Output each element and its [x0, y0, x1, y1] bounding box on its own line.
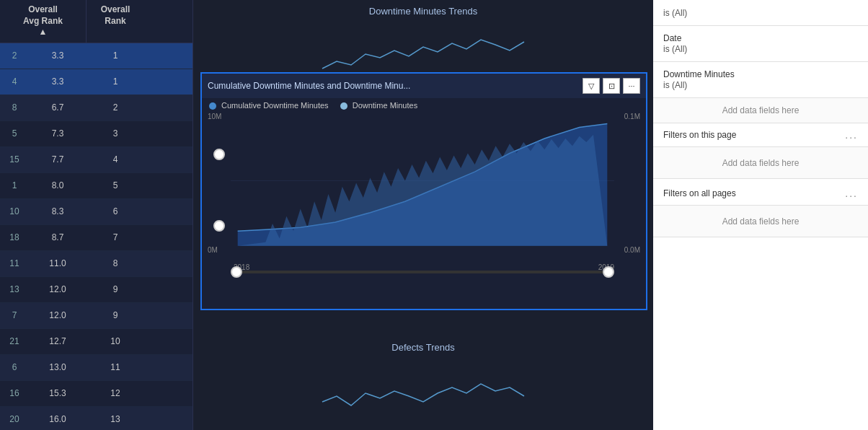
- chart-legend: Cumulative Downtime Minutes Downtime Min…: [202, 98, 646, 113]
- filter-this-page-dots[interactable]: ...: [845, 129, 858, 141]
- filter-add-all-pages[interactable]: Add data fields here: [653, 206, 868, 237]
- main-chart-svg: [231, 113, 614, 250]
- filter-is-all-value: is (All): [663, 8, 858, 18]
- filter-downtime-section: Downtime Minutes is (All): [653, 62, 868, 98]
- cell-avg: 12.7: [29, 333, 87, 349]
- cell-rank: 10: [87, 333, 144, 349]
- cell-row-num: 16: [0, 385, 29, 401]
- table-row[interactable]: 18 8.7 7: [0, 225, 192, 251]
- filter-date-section: Date is (All): [653, 26, 868, 62]
- center-panel: Downtime Minutes Trends Cumulative Downt…: [193, 0, 653, 430]
- table-row[interactable]: 4 3.3 1: [0, 69, 192, 95]
- cell-avg: 6.7: [29, 100, 87, 115]
- table-row[interactable]: 8 6.7 2: [0, 95, 192, 121]
- cell-avg: 15.3: [29, 385, 87, 401]
- cell-rank: 13: [87, 411, 144, 427]
- cell-rank: 1: [87, 74, 144, 89]
- cell-rank: 4: [87, 152, 144, 167]
- filter-is-all-section: is (All): [653, 0, 868, 26]
- filter-date-value: is (All): [663, 44, 858, 54]
- bottom-mini-chart: [315, 362, 531, 420]
- filter-downtime-value: is (All): [663, 80, 858, 90]
- table-row[interactable]: 21 12.7 10: [0, 329, 192, 355]
- filter-add-fields-top-label: Add data fields here: [722, 105, 800, 115]
- chart-toolbar: ▽ ⊡ ···: [583, 78, 640, 94]
- cell-rank: 7: [87, 229, 144, 245]
- filter-all-pages-dots[interactable]: ...: [845, 188, 858, 199]
- horizontal-slider[interactable]: [231, 266, 614, 278]
- table-row[interactable]: 6 13.0 11: [0, 355, 192, 381]
- filter-this-page-title: Filters on this page: [663, 130, 736, 140]
- filter-tool-button[interactable]: ▽: [583, 78, 600, 94]
- slider-handle-left-top[interactable]: [213, 149, 225, 160]
- legend-label-cumulative: Cumulative Downtime Minutes: [221, 101, 329, 110]
- table-panel: OverallAvg Rank ▲ OverallRank 2 3.3 1 4 …: [0, 0, 193, 430]
- top-chart-title: Downtime Minutes Trends: [369, 6, 477, 17]
- bottom-chart-area: Defects Trends: [193, 336, 653, 430]
- cell-avg: 16.0: [29, 411, 87, 427]
- cell-avg: 3.3: [29, 48, 87, 63]
- filter-all-pages-header: Filters on all pages ...: [653, 182, 868, 206]
- sort-indicator[interactable]: ▲: [6, 27, 80, 38]
- expand-tool-button[interactable]: ⊡: [603, 78, 620, 94]
- filter-add-all-pages-label: Add data fields here: [722, 216, 800, 227]
- cell-avg: 11.0: [29, 255, 87, 271]
- table-row[interactable]: 11 11.0 8: [0, 251, 192, 277]
- filter-all-pages-title: Filters on all pages: [663, 188, 736, 198]
- table-row[interactable]: 2 3.3 1: [0, 43, 192, 69]
- slider-handle-bottom-right[interactable]: [603, 266, 614, 278]
- more-tool-button[interactable]: ···: [623, 78, 640, 94]
- table-row[interactable]: 13 12.0 9: [0, 277, 192, 303]
- main-chart-title: Cumulative Downtime Minutes and Downtime…: [208, 81, 410, 91]
- cell-row-num: 6: [0, 359, 29, 375]
- y-label-bottom-left: 0M: [208, 246, 231, 254]
- table-row[interactable]: 10 8.3 6: [0, 199, 192, 225]
- filter-downtime-label: Downtime Minutes: [663, 69, 858, 79]
- main-chart-container: Cumulative Downtime Minutes and Downtime…: [200, 72, 647, 310]
- cell-row-num: 8: [0, 100, 29, 115]
- slider-handle-left-bottom[interactable]: [213, 220, 225, 232]
- cell-avg: 3.3: [29, 74, 87, 89]
- cell-row-num: 5: [0, 126, 29, 141]
- cell-avg: 7.3: [29, 126, 87, 141]
- cell-avg: 8.7: [29, 229, 87, 245]
- cell-avg: 12.0: [29, 307, 87, 323]
- table-header: OverallAvg Rank ▲ OverallRank: [0, 0, 192, 43]
- table-row[interactable]: 16 15.3 12: [0, 381, 192, 407]
- legend-cumulative: Cumulative Downtime Minutes: [209, 101, 329, 110]
- cell-rank: 2: [87, 100, 144, 115]
- filter-date-label: Date: [663, 33, 858, 43]
- cell-rank: 6: [87, 203, 144, 219]
- cell-rank: 9: [87, 281, 144, 297]
- cell-row-num: 11: [0, 255, 29, 271]
- filter-panel: is (All) Date is (All) Downtime Minutes …: [653, 0, 868, 430]
- table-row[interactable]: 1 8.0 5: [0, 173, 192, 199]
- main-chart-header: Cumulative Downtime Minutes and Downtime…: [202, 74, 646, 98]
- filter-add-this-page[interactable]: Add data fields here: [653, 147, 868, 179]
- cell-row-num: 2: [0, 48, 29, 63]
- main-chart-svg-area: 10M 0M 0.1M 0.0M: [208, 113, 640, 271]
- legend-label-downtime: Downtime Minutes: [353, 101, 417, 110]
- cell-rank: 11: [87, 359, 144, 375]
- cell-row-num: 20: [0, 411, 29, 427]
- cell-avg: 8.0: [29, 177, 87, 193]
- cell-avg: 12.0: [29, 281, 87, 297]
- bottom-chart-title: Defects Trends: [391, 342, 454, 353]
- cell-row-num: 10: [0, 203, 29, 219]
- legend-downtime: Downtime Minutes: [340, 101, 418, 110]
- filter-add-fields-top[interactable]: Add data fields here: [653, 98, 868, 123]
- table-row[interactable]: 5 7.3 3: [0, 121, 192, 147]
- y-label-top-left: 10M: [208, 113, 231, 120]
- legend-dot-downtime: [340, 102, 347, 110]
- cell-row-num: 4: [0, 74, 29, 89]
- col-header-overall-rank: OverallRank: [87, 0, 144, 43]
- y-axis-right: 0.1M 0.0M: [614, 113, 640, 254]
- cell-row-num: 7: [0, 307, 29, 323]
- cell-rank: 1: [87, 48, 144, 63]
- cell-avg: 13.0: [29, 359, 87, 375]
- y-label-top-right: 0.1M: [614, 113, 640, 120]
- table-row[interactable]: 7 12.0 9: [0, 303, 192, 329]
- slider-handle-bottom-left[interactable]: [231, 266, 242, 278]
- table-row[interactable]: 15 7.7 4: [0, 147, 192, 173]
- table-row[interactable]: 20 16.0 13: [0, 407, 192, 430]
